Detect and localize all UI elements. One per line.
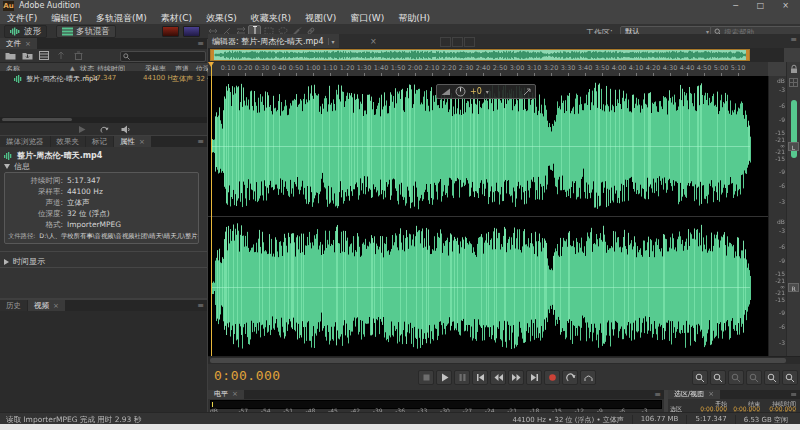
close-icon[interactable]: × (232, 390, 238, 398)
menu-item-多轨混音(M)[interactable]: 多轨混音(M) (89, 12, 154, 24)
navigator-right-handle[interactable] (746, 50, 749, 60)
minimize-button[interactable]: − (723, 0, 748, 12)
close-icon[interactable]: × (370, 37, 377, 46)
waveform-view-button[interactable]: 波形 (4, 25, 47, 38)
editor-view-toggle-icon[interactable] (452, 37, 463, 47)
channel-right-badge[interactable]: R (788, 283, 799, 292)
tab-效果夹[interactable]: 效果夹 (51, 136, 86, 147)
amplitude-ruler[interactable]: dB-3-6-9-15-21∞-21-15-9-6-3dB-3-6-9-15-2… (768, 76, 787, 356)
panel-menu-icon[interactable]: ≡ (197, 137, 204, 147)
menu-item-窗口(W)[interactable]: 窗口(W) (343, 12, 391, 24)
media-browser-icon[interactable] (38, 51, 50, 61)
menu-item-帮助(H)[interactable]: 帮助(H) (391, 12, 437, 24)
multitrack-view-button[interactable]: 多轨混音 (56, 25, 116, 38)
spectral-frequency-toggle-icon[interactable] (162, 26, 179, 37)
tab-视频[interactable]: 视频× (28, 300, 65, 311)
menu-item-视图(V)[interactable]: 视图(V) (298, 12, 343, 24)
tab-属性[interactable]: 属性× (114, 136, 151, 147)
editor-view-toggle-icon[interactable] (440, 37, 451, 47)
tab-editor[interactable]: 编辑器: 整片-周杰伦-晴天.mp4 ▾ (208, 34, 339, 48)
rewind-button[interactable] (490, 370, 506, 385)
close-icon[interactable]: × (708, 390, 714, 398)
tab-levels[interactable]: 电平× (208, 390, 244, 399)
lock-icon[interactable] (789, 64, 799, 74)
pause-button[interactable] (454, 370, 470, 385)
maximize-button[interactable]: □ (748, 0, 773, 12)
stop-button[interactable] (418, 370, 434, 385)
skip-to-end-button[interactable] (526, 370, 542, 385)
close-icon[interactable]: × (53, 302, 59, 310)
files-search-input[interactable] (132, 53, 196, 61)
menu-item-文件(F)[interactable]: 文件(F) (0, 12, 44, 24)
zoom-buttons (692, 370, 800, 385)
scrollbar-thumb[interactable] (210, 358, 786, 363)
zoom-in-right-button[interactable] (782, 370, 798, 385)
zoom-in-button[interactable] (692, 370, 708, 385)
editor-view-toggle-icon[interactable] (464, 37, 475, 47)
panel-menu-icon[interactable]: ≡ (654, 390, 661, 400)
panel-menu-icon[interactable]: ≡ (197, 301, 204, 311)
db-scale-label: -9 (779, 169, 785, 175)
property-label: 声道: (5, 197, 63, 208)
files-tabbar: 文件× ≡ (0, 38, 207, 49)
menu-item-效果(S)[interactable]: 效果(S) (199, 12, 244, 24)
audition-window: Au Adobe Audition − □ × 文件(F)编辑(E)多轨混音(M… (0, 0, 800, 430)
fast-forward-button[interactable] (508, 370, 524, 385)
navigator-view-box[interactable] (210, 49, 750, 61)
panel-menu-icon[interactable]: ≡ (790, 390, 797, 400)
scrollbar-thumb[interactable] (2, 118, 72, 121)
menu-item-编辑(E)[interactable]: 编辑(E) (44, 12, 89, 24)
close-icon[interactable]: × (139, 138, 145, 146)
zoom-out-button[interactable] (710, 370, 726, 385)
tab-标记[interactable]: 标记 (86, 136, 113, 147)
zoom-in-left-button[interactable] (764, 370, 780, 385)
delete-icon[interactable] (72, 51, 84, 61)
menu-item-收藏夹(R)[interactable]: 收藏夹(R) (244, 12, 298, 24)
time-section-header[interactable]: 时间显示 (4, 256, 45, 267)
properties-file-name: 整片-周杰伦-晴天.mp4 (17, 150, 102, 161)
grid-icon[interactable] (789, 78, 798, 87)
play-button[interactable] (436, 370, 452, 385)
ruler-tick-label: 3:10 (525, 64, 543, 72)
waveform-display[interactable] (208, 76, 768, 356)
panel-menu-icon[interactable]: ≡ (197, 39, 204, 49)
loop-preview-icon[interactable] (98, 124, 110, 134)
files-search-box[interactable] (120, 51, 206, 62)
close-icon[interactable]: × (25, 40, 31, 48)
sort-asc-icon: ▲ (70, 64, 75, 71)
open-file-icon[interactable] (4, 51, 16, 61)
loop-playback-button[interactable] (562, 370, 578, 385)
import-file-icon[interactable] (21, 51, 33, 61)
volume-knob[interactable] (455, 86, 466, 97)
info-section-header[interactable]: 信息 (4, 161, 30, 172)
tab-媒体浏览器[interactable]: 媒体浏览器 (0, 136, 50, 147)
navigator-left-handle[interactable] (211, 50, 214, 60)
timeline-ruler[interactable]: 0:100:200:300:400:501:001:101:201:301:40… (208, 62, 768, 77)
overview-navigator[interactable] (208, 48, 784, 62)
menu-bar: 文件(F)编辑(E)多轨混音(M)素材(C)效果(S)收藏夹(R)视图(V)窗口… (0, 12, 800, 24)
close-button[interactable]: × (773, 0, 798, 12)
db-scale-label: -6 (779, 183, 785, 189)
record-button[interactable] (544, 370, 560, 385)
hud-expand-icon[interactable] (523, 88, 531, 96)
chevron-down-icon[interactable]: ▾ (328, 38, 335, 45)
chevron-down-icon[interactable]: ▾ (486, 88, 489, 95)
playhead-line[interactable] (211, 62, 212, 356)
tab-files[interactable]: 文件× (0, 38, 37, 49)
menu-item-素材(C)[interactable]: 素材(C) (154, 12, 199, 24)
tab-selection-view[interactable]: 选区/视图× (668, 390, 720, 399)
preview-play-icon[interactable] (76, 124, 88, 134)
zoom-out-full-button[interactable] (746, 370, 762, 385)
panel-menu-icon[interactable]: ≡ (790, 35, 797, 45)
skip-to-start-button[interactable] (472, 370, 488, 385)
volume-hud[interactable]: +0 ▾ (436, 84, 536, 99)
file-row[interactable]: 整片-周杰伦-晴天.mp4 5:17.347 44100 Hz 立体声 32 位 (0, 74, 207, 84)
auto-play-icon[interactable] (120, 124, 132, 134)
spectral-pitch-toggle-icon[interactable] (183, 26, 200, 37)
tab-历史[interactable]: 历史 (0, 300, 27, 311)
insert-multitrack-icon[interactable] (55, 51, 67, 61)
time-display[interactable]: 0:00.000 (214, 368, 281, 383)
zoom-in-full-button[interactable] (728, 370, 744, 385)
skip-selection-button[interactable] (580, 370, 596, 385)
channel-left-badge[interactable]: L (788, 142, 799, 151)
